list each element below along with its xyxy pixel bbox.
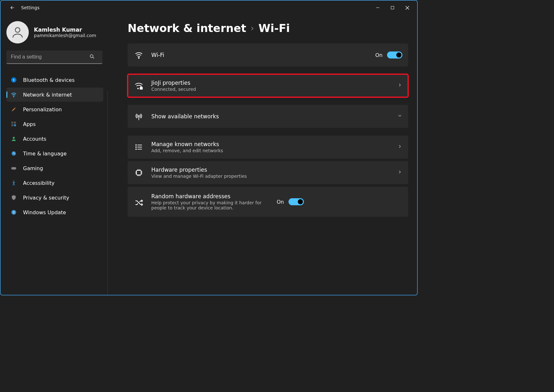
card-subtitle: Connected, secured [151,87,390,92]
arrow-left-icon [10,5,15,11]
svg-point-19 [138,88,138,89]
bluetooth-icon [10,77,17,83]
svg-rect-1 [391,6,394,9]
card-network-properties[interactable]: JioJi properties Connected, secured [128,74,408,97]
sidebar-item-label: Gaming [23,165,43,171]
svg-point-24 [136,147,136,147]
wifi-toggle[interactable] [387,51,402,59]
search-icon [89,54,95,61]
svg-point-21 [138,115,139,116]
sidebar-item-apps[interactable]: Apps [6,117,103,131]
main-content: Network & internet › Wi-Fi Wi-Fi On [108,15,417,295]
sidebar-item-accessibility[interactable]: Accessibility [6,176,103,190]
maximize-icon [391,6,394,10]
titlebar: Settings [1,1,417,15]
toggle-state-label: On [277,199,284,205]
card-title: Wi-Fi [151,52,368,58]
toggle-state-label: On [375,52,383,58]
svg-point-11 [13,137,15,139]
svg-point-15 [15,168,15,169]
wifi-icon [10,91,17,98]
wifi-lock-icon [133,81,144,90]
accessibility-icon [10,180,17,186]
random-hardware-toggle[interactable] [289,198,304,205]
card-random-hardware[interactable]: Random hardware addresses Help protect y… [128,187,408,217]
sidebar-item-personalization[interactable]: Personalization [6,102,103,116]
breadcrumb: Network & internet › Wi-Fi [128,22,408,35]
search-input[interactable] [6,51,102,64]
svg-rect-9 [12,124,13,126]
sidebar-item-label: Network & internet [23,92,72,98]
svg-point-14 [12,168,13,169]
wifi-icon [133,51,144,59]
clock-globe-icon [10,151,17,156]
avatar [6,21,29,43]
card-title: JioJi properties [151,80,390,86]
apps-icon [10,121,17,127]
svg-point-17 [12,210,16,215]
minimize-icon [376,6,380,10]
svg-point-6 [13,97,14,97]
chevron-right-icon: › [251,23,254,33]
minimize-button[interactable] [370,2,385,13]
svg-point-18 [138,58,139,59]
shuffle-icon [133,198,144,207]
sidebar-item-accounts[interactable]: Accounts [6,132,103,146]
chevron-right-icon [397,169,402,176]
svg-point-16 [13,181,14,182]
sidebar-item-time-language[interactable]: Time & language [6,146,103,161]
sidebar-item-privacy[interactable]: Privacy & security [6,191,103,205]
sidebar-item-label: Bluetooth & devices [23,77,75,83]
chip-icon [133,168,144,177]
card-available-networks[interactable]: Show available networks [128,105,408,128]
sidebar-item-bluetooth[interactable]: Bluetooth & devices [6,73,103,87]
svg-rect-8 [14,122,16,124]
svg-line-4 [93,57,94,59]
sidebar-item-label: Accounts [23,136,46,142]
close-button[interactable] [400,2,415,13]
chevron-down-icon [397,113,402,120]
sidebar-item-label: Windows Update [23,209,66,216]
svg-rect-10 [14,124,16,126]
chevron-right-icon [397,82,402,89]
sidebar-item-label: Apps [23,121,36,127]
card-subtitle: Help protect your privacy by making it h… [151,200,270,210]
profile-name: Kamlesh Kumar [34,27,96,33]
svg-point-2 [15,27,20,32]
card-hardware-properties[interactable]: Hardware properties View and manage Wi-F… [128,161,408,184]
breadcrumb-current: Wi-Fi [258,22,290,35]
sidebar-divider [107,91,108,295]
breadcrumb-parent[interactable]: Network & internet [128,22,246,35]
card-title: Random hardware addresses [151,193,270,200]
back-button[interactable] [6,2,19,13]
sidebar-item-label: Privacy & security [23,195,69,201]
card-manage-networks[interactable]: Manage known networks Add, remove, and e… [128,136,408,159]
card-wifi-toggle[interactable]: Wi-Fi On [128,43,408,67]
app-title: Settings [21,5,39,10]
sidebar-item-label: Personalization [23,106,62,113]
svg-point-23 [136,145,136,145]
sidebar-item-network[interactable]: Network & internet [6,88,103,102]
close-icon [405,6,409,10]
profile-block[interactable]: Kamlesh Kumar pammikamlesh@gmail.com [6,21,103,43]
svg-rect-20 [140,87,143,89]
sidebar-item-gaming[interactable]: Gaming [6,161,103,175]
person-icon [11,25,25,39]
list-icon [133,143,144,151]
update-icon [10,209,17,215]
card-title: Show available networks [151,113,390,120]
profile-email: pammikamlesh@gmail.com [34,33,96,38]
svg-point-25 [136,149,136,149]
svg-rect-29 [137,170,141,175]
sidebar: Kamlesh Kumar pammikamlesh@gmail.com Blu… [1,15,108,295]
sidebar-item-label: Accessibility [23,180,54,186]
card-title: Hardware properties [151,167,390,173]
brush-icon [10,106,17,112]
svg-rect-7 [12,122,13,124]
maximize-button[interactable] [385,2,400,13]
card-subtitle: Add, remove, and edit networks [151,148,390,153]
sidebar-item-windows-update[interactable]: Windows Update [6,205,103,219]
card-subtitle: View and manage Wi-Fi adapter properties [151,174,390,179]
antenna-icon [133,112,144,121]
controller-icon [10,165,17,171]
